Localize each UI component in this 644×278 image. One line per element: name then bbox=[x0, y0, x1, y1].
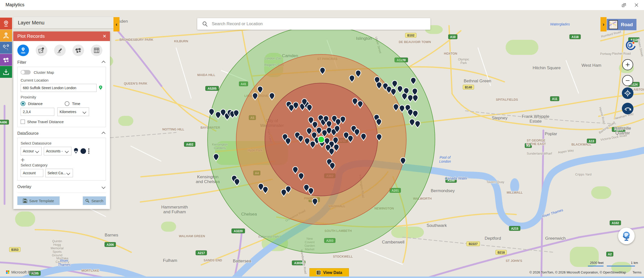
zoom-in-button[interactable]: + bbox=[622, 59, 633, 70]
time-radio[interactable] bbox=[65, 101, 69, 106]
map-label: Southwark bbox=[427, 223, 447, 228]
map-search-bar[interactable] bbox=[197, 18, 430, 30]
filter-section-header[interactable]: Filter bbox=[17, 60, 106, 65]
scale-km-bar bbox=[607, 266, 635, 266]
locate-icon bbox=[624, 90, 631, 97]
datasource-view-select[interactable]: Accounts - bbox=[44, 147, 71, 155]
view-data-label: View Data bbox=[323, 270, 342, 275]
current-location-label: Current Location bbox=[21, 78, 103, 82]
map-road bbox=[566, 60, 579, 93]
zoom-out-button[interactable]: − bbox=[622, 75, 633, 86]
birdseye-globe-button[interactable] bbox=[618, 228, 635, 244]
chevron-down-icon bbox=[66, 171, 70, 175]
map-label: MORTLAKE bbox=[82, 269, 99, 272]
rotate-view-button[interactable] bbox=[625, 40, 636, 52]
road-badge-label: B140 bbox=[465, 86, 472, 89]
add-datasource-button[interactable]: + bbox=[21, 157, 103, 162]
more-options-icon[interactable] bbox=[88, 148, 90, 154]
distance-radio-label: Distance bbox=[28, 101, 43, 106]
road-badge-label: A306 bbox=[107, 243, 114, 247]
map-label: SANDS END bbox=[204, 259, 222, 262]
layer-menu-header[interactable]: Layer Menu bbox=[13, 17, 113, 28]
road-badge-label: A118 bbox=[572, 35, 579, 39]
category-select[interactable]: Select Ca... bbox=[45, 169, 73, 177]
save-template-button[interactable]: Save Template bbox=[17, 196, 60, 205]
map-label: Pool ofLondon bbox=[439, 155, 451, 163]
map-label: Plashet Road bbox=[612, 52, 631, 55]
distance-values-input[interactable] bbox=[21, 108, 54, 116]
chevron-down-icon bbox=[65, 149, 69, 153]
app-sidebar bbox=[0, 18, 12, 78]
search-icon bbox=[202, 21, 208, 27]
tab-territory[interactable] bbox=[72, 45, 84, 56]
scale-feet-label: 2500 feet bbox=[589, 261, 605, 265]
save-icon bbox=[23, 199, 27, 203]
bottom-strip bbox=[0, 276, 644, 278]
search-button-label: Search bbox=[91, 199, 103, 203]
unit-select[interactable]: Kilometres bbox=[57, 108, 89, 116]
map-style-button[interactable]: Road bbox=[607, 19, 636, 30]
sidebar-item-territory[interactable] bbox=[0, 54, 12, 66]
sidebar-item-plot-records[interactable] bbox=[0, 18, 12, 29]
overlay-section-header[interactable]: Overlay bbox=[17, 185, 106, 189]
road-badge-label: B353 bbox=[11, 248, 19, 252]
park-area bbox=[118, 116, 133, 126]
sidebar-item-proximity[interactable] bbox=[0, 30, 12, 42]
map-label: Waterglades bbox=[550, 22, 570, 26]
road-badge-label: A2 bbox=[608, 253, 612, 256]
pin-style-icon[interactable] bbox=[73, 148, 78, 154]
map-label: Victoria Dock Road bbox=[600, 133, 627, 142]
map-road bbox=[131, 146, 161, 161]
map-label: BRONDESBURY PARK bbox=[119, 38, 153, 42]
current-location-input[interactable] bbox=[21, 84, 97, 92]
locate-me-button[interactable] bbox=[622, 87, 633, 99]
current-location-marker[interactable] bbox=[318, 136, 325, 143]
sidebar-item-export[interactable] bbox=[0, 66, 12, 78]
search-button[interactable]: Search bbox=[83, 196, 106, 205]
search-input[interactable] bbox=[211, 21, 430, 27]
show-travel-distance-label: Show Travel Distance bbox=[27, 120, 64, 124]
distance-radio[interactable] bbox=[21, 101, 25, 106]
collapse-panel-tab[interactable]: ‹ bbox=[113, 17, 119, 31]
datasource-group: Select Datasource Accour Accounts - bbox=[17, 138, 106, 181]
road-badge-label: A102 bbox=[612, 221, 619, 225]
map-label: STOCKWELL bbox=[333, 255, 353, 258]
sidebar-item-routing[interactable] bbox=[0, 42, 12, 54]
tab-draw[interactable] bbox=[54, 45, 66, 56]
datasource-section-header[interactable]: DataSource bbox=[17, 131, 106, 136]
map-label: WALHAM GREEN bbox=[179, 234, 205, 238]
plot-mode-tabs bbox=[17, 45, 106, 56]
map-label: Battersea bbox=[233, 259, 251, 263]
map-label: Portway bbox=[600, 52, 612, 56]
tab-proximity-pin[interactable] bbox=[17, 45, 29, 56]
park-area bbox=[15, 212, 35, 227]
show-travel-distance-checkbox[interactable] bbox=[21, 120, 25, 124]
tab-plot-on-map[interactable] bbox=[36, 45, 47, 56]
map-label: Hammersmithand Fulham bbox=[161, 205, 188, 214]
close-panel-icon[interactable]: ✕ bbox=[103, 33, 106, 39]
copyright-text: © 2026 TomTom, © 2026 Microsoft Corporat… bbox=[530, 270, 626, 274]
app-title: Maplytics bbox=[6, 2, 24, 8]
map-label: KILBURN bbox=[174, 40, 188, 43]
map-label: West Ham bbox=[581, 63, 601, 68]
close-window-icon[interactable] bbox=[633, 2, 639, 8]
map-label: DE BEAUVOIR TOWN bbox=[399, 40, 431, 44]
view-data-button[interactable]: View Data bbox=[309, 268, 349, 277]
plot-records-header: Plot Records ✕ bbox=[13, 31, 110, 41]
streetside-button[interactable] bbox=[622, 103, 633, 114]
map-label: Cripps Yard bbox=[575, 173, 592, 176]
pin-color-swatch[interactable] bbox=[80, 148, 86, 154]
location-pin-icon[interactable] bbox=[99, 85, 103, 91]
map-road bbox=[599, 104, 643, 116]
microsoft-logo-icon bbox=[6, 270, 9, 274]
terms-link[interactable]: Terms bbox=[633, 270, 641, 274]
datasource-entity-select[interactable]: Accour bbox=[21, 147, 42, 155]
cluster-map-toggle[interactable] bbox=[21, 70, 31, 75]
datasource-entity-value: Accour bbox=[23, 149, 34, 153]
chevron-up-icon bbox=[102, 60, 106, 64]
expand-right-tab[interactable]: › bbox=[600, 17, 607, 31]
restore-window-icon[interactable] bbox=[621, 2, 627, 8]
category-entity-input[interactable] bbox=[21, 169, 43, 177]
filter-group: Cluster Map Current Location Proximity D… bbox=[17, 67, 106, 127]
tab-data-grid[interactable] bbox=[91, 45, 102, 56]
